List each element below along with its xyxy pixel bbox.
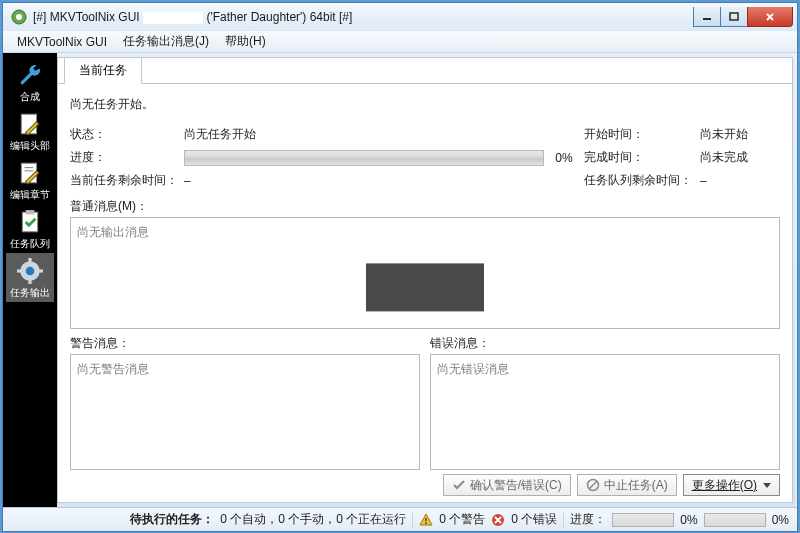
normal-messages-box[interactable]: 尚无输出消息 <box>70 217 780 329</box>
chevron-down-icon <box>763 483 771 488</box>
pending-value: 0 个自动，0 个手动，0 个正在运行 <box>220 511 406 528</box>
close-button[interactable] <box>747 7 793 27</box>
statusbar: 待执行的任务： 0 个自动，0 个手动，0 个正在运行 0 个警告 0 个错误 … <box>3 507 797 531</box>
queue-remaining-value: – <box>700 174 780 188</box>
app-icon <box>11 9 27 25</box>
error-count: 0 个错误 <box>511 511 557 528</box>
error-messages-label: 错误消息： <box>430 335 780 352</box>
menu-toolnix[interactable]: MKVToolNix GUI <box>9 33 115 51</box>
progress-percent: 0% <box>550 151 578 165</box>
normal-messages-label: 普通消息(M)： <box>70 198 780 215</box>
svg-point-19 <box>425 522 427 524</box>
remaining-value: – <box>184 174 191 188</box>
sidebar-item-headers[interactable]: 编辑头部 <box>6 106 54 155</box>
warning-icon <box>419 513 433 527</box>
svg-point-11 <box>26 267 35 276</box>
obscured-region <box>366 263 484 311</box>
progress-bar <box>184 150 544 166</box>
svg-rect-3 <box>730 13 738 20</box>
maximize-button[interactable] <box>720 7 748 27</box>
content-panel: 当前任务 尚无任务开始。 状态： 尚无任务开始 开始时间： 尚未开始 进度： 0… <box>57 57 793 503</box>
minimize-button[interactable] <box>693 7 721 27</box>
sidebar-item-output[interactable]: 任务输出 <box>6 253 54 302</box>
warn-messages-box[interactable]: 尚无警告消息 <box>70 354 420 470</box>
queue-remaining-label: 任务队列剩余时间： <box>584 172 694 189</box>
window-title: [#] MKVToolNix GUI ('Father Daughter') 6… <box>33 10 694 24</box>
remaining-label: 当前任务剩余时间： <box>70 172 178 189</box>
tabbar: 当前任务 <box>58 58 792 84</box>
error-messages-box[interactable]: 尚无错误消息 <box>430 354 780 470</box>
start-time-label: 开始时间： <box>584 126 694 143</box>
gear-icon <box>16 257 44 285</box>
svg-line-17 <box>589 481 597 489</box>
warn-messages-label: 警告消息： <box>70 335 420 352</box>
status-progress-2 <box>704 513 766 527</box>
menu-help[interactable]: 帮助(H) <box>217 31 274 52</box>
abort-button[interactable]: 中止任务(A) <box>577 474 677 496</box>
error-icon <box>491 513 505 527</box>
sidebar: 合成 编辑头部 编辑章节 任务队列 任务输出 <box>3 53 57 507</box>
stop-icon <box>586 478 600 492</box>
progress-label: 进度： <box>70 149 178 166</box>
no-task-text: 尚无任务开始。 <box>70 96 780 113</box>
sidebar-item-chapters[interactable]: 编辑章节 <box>6 155 54 204</box>
menubar: MKVToolNix GUI 任务输出消息(J) 帮助(H) <box>3 31 797 53</box>
status-label: 状态： <box>70 126 178 143</box>
pencil-list-icon <box>16 159 44 187</box>
svg-rect-8 <box>22 212 37 232</box>
start-time-value: 尚未开始 <box>700 126 780 143</box>
status-progress-1 <box>612 513 674 527</box>
status-progress-label: 进度： <box>570 511 606 528</box>
sidebar-item-queue[interactable]: 任务队列 <box>6 204 54 253</box>
sidebar-item-merge[interactable]: 合成 <box>6 57 54 106</box>
more-actions-button[interactable]: 更多操作(O) <box>683 474 780 496</box>
clipboard-check-icon <box>16 208 44 236</box>
wrench-icon <box>16 61 44 89</box>
svg-point-1 <box>16 14 22 20</box>
svg-rect-9 <box>26 210 35 214</box>
acknowledge-button[interactable]: 确认警告/错误(C) <box>443 474 571 496</box>
titlebar[interactable]: [#] MKVToolNix GUI ('Father Daughter') 6… <box>3 3 797 31</box>
tab-current-task[interactable]: 当前任务 <box>64 57 142 84</box>
status-progress-1-pct: 0% <box>680 513 697 527</box>
finish-time-label: 完成时间： <box>584 149 694 166</box>
warning-count: 0 个警告 <box>439 511 485 528</box>
status-progress-2-pct: 0% <box>772 513 789 527</box>
check-icon <box>452 478 466 492</box>
pending-label: 待执行的任务： <box>130 511 214 528</box>
status-value: 尚无任务开始 <box>184 126 314 143</box>
menu-job-output[interactable]: 任务输出消息(J) <box>115 31 217 52</box>
pencil-doc-icon <box>16 110 44 138</box>
finish-time-value: 尚未完成 <box>700 149 780 166</box>
